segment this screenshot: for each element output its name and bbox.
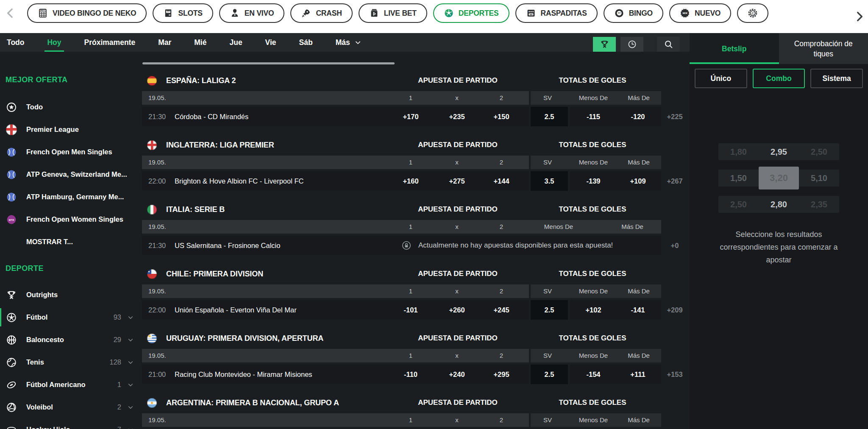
sidebar-item-french-open-women-singles[interactable]: WTAFrench Open Women Singles [0,208,140,231]
tab-pr-ximamente[interactable]: Próximamente [84,33,136,52]
more-markets-count[interactable]: +225 [662,107,688,126]
category-bingo[interactable]: 77BINGO [604,3,663,23]
bet-type-sistema[interactable]: Sistema [810,69,863,88]
tab-s-b[interactable]: Sáb [299,33,313,52]
event-count: 1 [117,381,121,389]
market-header-totals: TOTALS DE GOLES [559,205,626,214]
odds-away[interactable]: +295 [478,365,525,384]
horizontal-scrollbar[interactable] [142,62,395,64]
league-header[interactable]: INGLATERRA: LIGA PREMIERAPUESTA DE PARTI… [142,134,690,156]
odds-away[interactable]: +144 [478,171,525,191]
sidebar-item-f-tbol-americano[interactable]: Fútbol Americano1 [0,373,140,396]
tab-more[interactable]: Más [336,33,362,52]
odds-over[interactable]: +111 [615,365,661,384]
tab-hoy[interactable]: Hoy [47,33,61,52]
sidebar-item-f-tbol[interactable]: Fútbol93 [0,306,140,329]
sidebar-item-atp-hamburg-germany-me[interactable]: ATP Hamburg, Germany Me... [0,186,140,208]
bet-type-combo[interactable]: Combo [753,69,805,88]
league-header[interactable]: ARGENTINA: PRIMERA B NACIONAL, GRUPO AAP… [142,392,690,413]
tab-mi[interactable]: Mié [194,33,206,52]
sidebar-item-atp-geneva-switzerland-me[interactable]: ATP Geneva, Switzerland Me... [0,163,140,186]
league-header[interactable]: ITALIA: SERIE BAPUESTA DE PARTIDOTOTALS … [142,199,690,220]
tab-todo[interactable]: Todo [7,33,24,52]
top-category-bar: BINGOVIDEO BINGO DE NEKO777SLOTSEN VIVOC… [0,0,868,33]
match-teams[interactable]: Córdoba - CD Mirandés [175,107,248,126]
odds-under[interactable]: -115 [570,107,617,126]
sidebar-item-todo[interactable]: Todo [0,96,140,118]
sidebar-item-french-open-men-singles[interactable]: French Open Men Singles [0,141,140,163]
more-markets-count[interactable]: +209 [662,300,688,320]
sidebar-item-voleibol[interactable]: Voleibol2 [0,396,140,418]
date-label: 19.05. [148,284,166,298]
tab-ticket-check[interactable]: Comprobación de tiques [779,33,868,64]
odds-over[interactable]: -120 [615,107,661,126]
more-markets-count[interactable]: +0 [662,236,688,255]
odds-home[interactable]: +160 [387,171,434,191]
category-more[interactable]: C [737,3,768,23]
category-en-vivo[interactable]: EN VIVO [219,3,285,23]
odds-over[interactable]: +109 [615,171,661,191]
match-teams[interactable]: US Salernitana - Frosinone Calcio [175,236,280,255]
odds-over[interactable]: -141 [615,300,661,320]
odds-under[interactable]: +102 [570,300,617,320]
odds-away[interactable]: +150 [478,107,525,126]
flag-argentina-icon [147,398,157,408]
league-header[interactable]: ESPAÑA: LALIGA 2APUESTA DE PARTIDOTOTALS… [142,70,690,91]
odds-home[interactable]: -101 [387,300,434,320]
category-raspaditas[interactable]: ★★★$$$RASPADITAS [515,3,598,23]
odds-draw[interactable]: +240 [434,365,480,384]
match-time: 22:00 [148,300,166,320]
tab-betslip[interactable]: Betslip [690,33,779,64]
category-video-bingo-de-neko[interactable]: BINGOVIDEO BINGO DE NEKO [27,3,147,23]
sidebar-item-premier-league[interactable]: Premier League [0,118,140,141]
clock-icon [627,39,637,49]
match-teams[interactable]: Racing Club Montevideo - Miramar Misione… [175,365,312,384]
betslip-empty-message: Seleccione los resultados correspondient… [690,228,868,266]
league-header[interactable]: CHILE: PRIMERA DIVISIONAPUESTA DE PARTID… [142,263,690,284]
top-leagues-button[interactable] [593,37,616,52]
sidebar-item-mostrar-t[interactable]: MOSTRAR T... [0,231,140,253]
category-live-bet[interactable]: LIVE BET [359,3,427,23]
more-markets-count[interactable]: +153 [662,365,688,384]
sidebar-item-outrights[interactable]: Outrights [0,284,140,306]
league-header[interactable]: URUGUAY: PRIMERA DIVISION, APERTURAAPUES… [142,328,690,349]
match-teams[interactable]: Unión Española - Everton Viña Del Mar [175,300,297,320]
scroll-categories-left-button[interactable] [3,3,18,23]
odds-away[interactable]: +245 [478,300,525,320]
odds-home[interactable]: -110 [387,365,434,384]
trophy-icon [6,290,17,301]
recent-events-button[interactable] [620,37,643,52]
sidebar-item-tenis[interactable]: Tenis128 [0,351,140,373]
date-label: 19.05. [148,220,166,234]
market-header-match: APUESTA DE PARTIDO [418,334,498,343]
sidebar-item-label: Premier League [26,125,79,134]
event-count: 2 [117,403,121,411]
tab-vie[interactable]: Vie [265,33,276,52]
chevron-down-icon [127,382,134,388]
search-button[interactable] [657,37,680,52]
tennis-ball-blue-icon [6,147,17,158]
category-deportes[interactable]: DEPORTES [433,3,509,23]
category-crash[interactable]: CRASH [290,3,352,23]
bet-type-nico[interactable]: Único [695,69,747,88]
more-markets-count[interactable]: +267 [662,171,688,191]
odds-home[interactable]: +170 [387,107,434,126]
odds-draw[interactable]: +235 [434,107,480,126]
bingo-card-icon: BINGO [38,8,48,18]
odds-draw[interactable]: +275 [434,171,480,191]
tab-jue[interactable]: Jue [229,33,242,52]
sidebar-item-hockey-hielo[interactable]: Hockey Hielo7 [0,418,140,429]
odds-draw[interactable]: +260 [434,300,480,320]
sidebar-item-baloncesto[interactable]: Baloncesto29 [0,329,140,351]
category-slots[interactable]: 777SLOTS [153,3,213,23]
odds-under[interactable]: -154 [570,365,617,384]
category-label: VIDEO BINGO DE NEKO [53,9,136,18]
svg-text:NEW: NEW [683,12,688,14]
match-teams[interactable]: Brighton & Hove Albion FC - Liverpool FC [175,171,303,191]
tab-mar[interactable]: Mar [158,33,171,52]
date-label: 19.05. [148,349,166,362]
odds-under[interactable]: -139 [570,171,617,191]
scroll-categories-right-button[interactable] [852,7,866,26]
category-pills: BINGOVIDEO BINGO DE NEKO777SLOTSEN VIVOC… [27,3,868,23]
category-nuevo[interactable]: NEWNUEVO [669,3,731,23]
